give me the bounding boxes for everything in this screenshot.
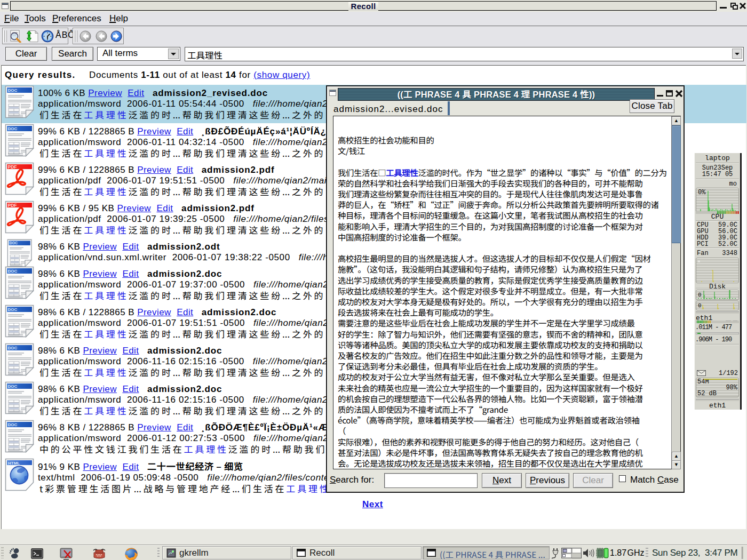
svg-text:DOC: DOC <box>8 346 18 350</box>
svg-text:DOC: DOC <box>8 269 18 274</box>
svg-text:PDF: PDF <box>8 203 17 208</box>
svg-text:DOC: DOC <box>10 241 18 245</box>
svg-text:DOC: DOC <box>8 422 18 427</box>
svg-text:DOC: DOC <box>8 88 18 93</box>
svg-text:DOC: DOC <box>8 126 18 131</box>
svg-text:DOC: DOC <box>8 384 18 389</box>
svg-text:PDF: PDF <box>8 164 17 170</box>
svg-text:HTML: HTML <box>8 461 20 466</box>
svg-text:DOC: DOC <box>8 307 18 312</box>
